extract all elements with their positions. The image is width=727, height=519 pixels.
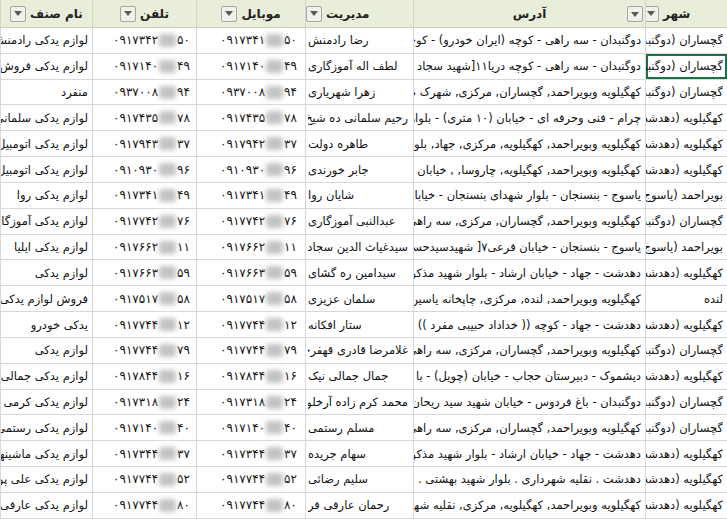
filter-dropdown-icon[interactable]: [306, 6, 322, 22]
cell-phone[interactable]: ۰۹۱۷۷۴۴۵۲: [92, 467, 196, 493]
cell-city[interactable]: کهگیلویه (دهدشت): [645, 260, 727, 286]
cell-city[interactable]: گچساران (دوگنبدان): [645, 54, 727, 80]
cell-address[interactable]: دوگنبدان - سه راهی - کوچه دریا۱۱[شهید سج…: [413, 54, 645, 80]
cell-mobile[interactable]: ۰۹۱۷۶۶۲۱۱: [196, 235, 305, 261]
cell-city[interactable]: کهگیلویه (دهدشت): [645, 493, 727, 519]
cell-guild[interactable]: لوازم یدکی آموزگاری: [0, 209, 92, 235]
cell-phone[interactable]: ۰۹۱۷۷۴۲۷۶: [92, 209, 196, 235]
cell-guild[interactable]: لوازم یدکی ماشینهای: [0, 441, 92, 467]
cell-city[interactable]: کهگیلویه (دهدشت): [645, 364, 727, 390]
cell-mobile[interactable]: ۰۹۱۷۳۴۴۳۷: [196, 441, 305, 467]
cell-address[interactable]: کهگیلویه وبویراحمد, گچساران, مرکزی, سه ر…: [413, 209, 645, 235]
cell-guild[interactable]: لوازم یدکی: [0, 338, 92, 364]
cell-address[interactable]: یاسوج - بنسنجان - خیابان فرعی۷[ شهیدسیدح…: [413, 235, 645, 261]
cell-address[interactable]: دهدشت . نقلیه شهرداری . بلوار شهید بهشتی…: [413, 467, 645, 493]
cell-address[interactable]: کهگیلویه وبویراحمد, کهگیلویه, چاروسا, , …: [413, 157, 645, 183]
cell-mobile[interactable]: ۰۹۱۷۳۴۱۴۹: [196, 183, 305, 209]
cell-guild[interactable]: لوازم یدکی ایلیا: [0, 235, 92, 261]
cell-manager[interactable]: عبدالنبی آموزگاری: [305, 209, 413, 235]
cell-manager[interactable]: رحمان عارفی فر: [305, 493, 413, 519]
cell-guild[interactable]: لوازم یدکی سلمانی: [0, 105, 92, 131]
cell-city[interactable]: کهگیلویه (دهدشت): [645, 157, 727, 183]
cell-mobile[interactable]: ۰۹۱۷۳۱۸۲۴: [196, 390, 305, 416]
cell-city[interactable]: کهگیلویه (دهدشت): [645, 467, 727, 493]
cell-guild[interactable]: لوازم یدکی: [0, 260, 92, 286]
cell-address[interactable]: دیشموک - دبیرستان حجاب - خیابان (چویل) -…: [413, 364, 645, 390]
cell-city[interactable]: کهگیلویه (دهدشت): [645, 131, 727, 157]
cell-phone[interactable]: ۰۹۱۷۵۱۷۵۸: [92, 286, 196, 312]
cell-phone[interactable]: ۰۹۱۷۴۳۵۷۸: [92, 105, 196, 131]
cell-mobile[interactable]: ۰۹۱۷۷۴۴۵۲: [196, 467, 305, 493]
filter-dropdown-icon[interactable]: [627, 6, 643, 22]
cell-address[interactable]: چرام - فنی وحرفه ای - خیابان (۱۰ متری) -…: [413, 105, 645, 131]
cell-phone[interactable]: ۰۹۱۷۸۴۴۱۶: [92, 364, 196, 390]
column-header-address[interactable]: آدرس: [413, 0, 645, 27]
cell-guild[interactable]: لوازم یدکی فروش: [0, 54, 92, 80]
cell-guild[interactable]: لوازم یدکی روا: [0, 183, 92, 209]
cell-guild[interactable]: فروش لوازم یدکی: [0, 286, 92, 312]
cell-manager[interactable]: مسلم رستمی: [305, 415, 413, 441]
cell-address[interactable]: دهدشت - جهاد - خیابان ارشاد - بلوار شهید…: [413, 260, 645, 286]
cell-phone[interactable]: ۰۹۳۷۰۰۸۹۴: [92, 80, 196, 106]
cell-city[interactable]: بویراحمد (یاسوج): [645, 183, 727, 209]
cell-mobile[interactable]: ۰۹۱۷۷۴۲۷۶: [196, 209, 305, 235]
cell-manager[interactable]: سیدامین ره گشای: [305, 260, 413, 286]
cell-phone[interactable]: ۰۹۱۷۳۴۴۳۷: [92, 441, 196, 467]
cell-city[interactable]: گچساران (دوگنبدان): [645, 390, 727, 416]
cell-address[interactable]: کهگیلویه وبویراحمد, کهگیلویه, مرکزی, جها…: [413, 131, 645, 157]
cell-manager[interactable]: محمد کرم زاده آرخلو: [305, 390, 413, 416]
cell-address[interactable]: کهگیلویه وبویراحمد, کهگیلویه, مرکزی, نقل…: [413, 493, 645, 519]
filter-dropdown-icon[interactable]: [10, 6, 26, 22]
cell-mobile[interactable]: ۰۹۱۷۷۴۴۱۲: [196, 312, 305, 338]
cell-city[interactable]: گچساران (دوگنبدان): [645, 28, 727, 54]
cell-guild[interactable]: منفرد: [0, 80, 92, 106]
cell-manager[interactable]: جمال جمالی نیک: [305, 364, 413, 390]
cell-guild[interactable]: لوازم یدکی رادمنش: [0, 28, 92, 54]
cell-city[interactable]: گچساران (دوگنبدان): [645, 415, 727, 441]
cell-manager[interactable]: طاهره دولت: [305, 131, 413, 157]
cell-address[interactable]: کهگیلویه وبویراحمد, لنده, مرکزی, چاپخانه…: [413, 286, 645, 312]
cell-phone[interactable]: ۰۹۱۷۷۴۴۱۲: [92, 312, 196, 338]
column-header-city[interactable]: شهر: [645, 0, 727, 27]
cell-manager[interactable]: سهام جریده: [305, 441, 413, 467]
cell-phone[interactable]: ۰۹۱۷۶۶۳۵۹: [92, 260, 196, 286]
cell-phone[interactable]: ۰۹۱۷۶۶۲۱۱: [92, 235, 196, 261]
cell-address[interactable]: کهگیلویه وبویراحمد, گچساران, مرکزی, سه ر…: [413, 415, 645, 441]
cell-phone[interactable]: ۰۹۱۷۹۴۳۳۷: [92, 131, 196, 157]
cell-address[interactable]: دهدشت - جهاد - خیابان ارشاد - بلوار شهید…: [413, 441, 645, 467]
cell-address[interactable]: یاسوج - بنسنجان - بلوار شهدای بنسنجان - …: [413, 183, 645, 209]
cell-mobile[interactable]: ۰۹۱۷۶۶۳۵۹: [196, 260, 305, 286]
cell-manager[interactable]: رحیم سلمانی ده شیخ: [305, 105, 413, 131]
cell-city[interactable]: کهگیلویه (دهدشت): [645, 105, 727, 131]
cell-city[interactable]: لنده: [645, 286, 727, 312]
cell-manager[interactable]: سلمان عزیزی: [305, 286, 413, 312]
cell-phone[interactable]: ۰۹۱۷۳۴۱۴۹: [92, 183, 196, 209]
cell-manager[interactable]: زهرا شهریاری: [305, 80, 413, 106]
cell-city[interactable]: کهگیلویه (دهدشت): [645, 441, 727, 467]
cell-guild[interactable]: لوازم یدکی اتومبیل: [0, 157, 92, 183]
cell-city[interactable]: گچساران (دوگنبدان): [645, 338, 727, 364]
cell-mobile[interactable]: ۰۹۱۷۷۴۴۷۹: [196, 338, 305, 364]
cell-manager[interactable]: ستار افکانه: [305, 312, 413, 338]
cell-guild[interactable]: لوازم یدکی کرمی: [0, 390, 92, 416]
cell-manager[interactable]: رضا رادمنش: [305, 28, 413, 54]
cell-guild[interactable]: لوازم یدکی جمالی: [0, 364, 92, 390]
cell-manager[interactable]: غلامرضا قادری قهفرخی: [305, 338, 413, 364]
column-header-phone[interactable]: تلفن: [92, 0, 196, 27]
cell-manager[interactable]: سیدغیاث الدین سجادی: [305, 235, 413, 261]
cell-manager[interactable]: لطف اله آموزگاری: [305, 54, 413, 80]
column-header-manager[interactable]: مدیریت: [305, 0, 413, 27]
cell-phone[interactable]: ۰۹۱۷۷۴۴۷۹: [92, 338, 196, 364]
cell-mobile[interactable]: ۰۹۱۷۳۴۱۵۰: [196, 28, 305, 54]
cell-city[interactable]: کهگیلویه (دهدشت): [645, 312, 727, 338]
column-header-mobile[interactable]: موبایل: [196, 0, 305, 27]
cell-phone[interactable]: ۰۹۱۷۱۴۰۴۰: [92, 415, 196, 441]
cell-city[interactable]: گچساران (دوگنبدان): [645, 80, 727, 106]
cell-mobile[interactable]: ۰۹۱۷۱۴۰۴۹: [196, 54, 305, 80]
cell-mobile[interactable]: ۰۹۱۷۴۳۵۷۸: [196, 105, 305, 131]
cell-address[interactable]: کهگیلویه وبویراحمد, گچساران, مرکزی, شهرک…: [413, 80, 645, 106]
cell-address[interactable]: کهگیلویه وبویراحمد, گچساران, مرکزی, سه ر…: [413, 338, 645, 364]
cell-city[interactable]: بویراحمد (یاسوج): [645, 235, 727, 261]
cell-guild[interactable]: لوازم یدکی اتومبیل: [0, 131, 92, 157]
cell-mobile[interactable]: ۰۹۱۷۸۴۴۱۶: [196, 364, 305, 390]
